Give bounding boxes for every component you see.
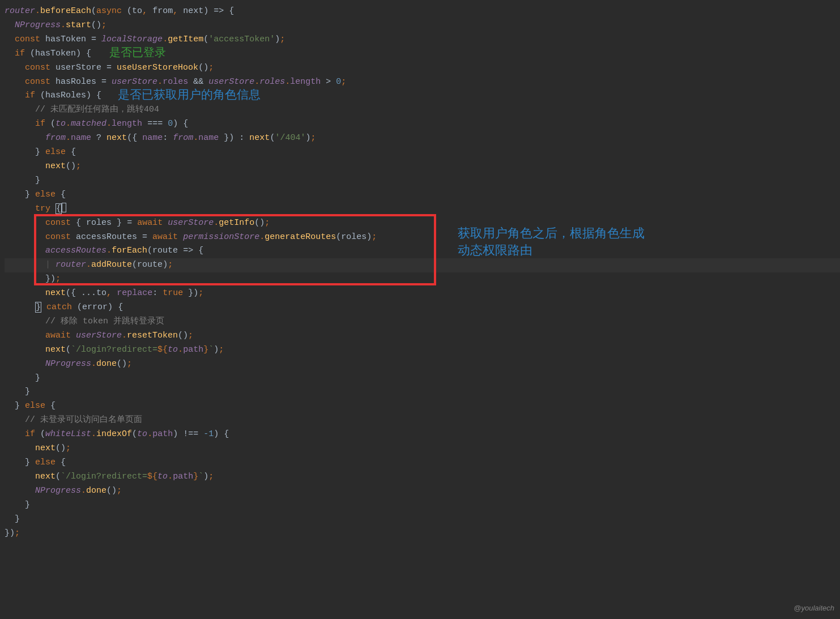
code-token: route [152,246,178,255]
code-token: const [45,218,76,228]
code-token: catch [46,302,77,312]
code-line: next({ ...to, replace: true }); [5,287,840,301]
code-line: }); [5,272,840,287]
code-token: matched [71,119,106,129]
code-token: length [290,77,321,87]
code-token: 0 [168,119,173,129]
annotation-text-line2: 动态权限路由 [458,243,532,257]
code-token: done [96,359,117,369]
code-line: if (to.matched.length === 0) { [5,117,840,131]
code-token: hasToken [35,49,76,58]
code-line: }); [5,527,840,541]
code-line: } [5,372,840,386]
code-token: getInfo [219,218,254,228]
code-token: next [183,6,203,16]
code-token: name [198,133,219,143]
code-token: hasRoles [56,77,96,87]
code-token: beforeEach [40,6,91,16]
code-line: } [5,174,840,188]
code-token: roles [163,77,188,87]
code-token: await [137,218,168,228]
code-line: try { [5,202,840,216]
code-token: router [56,260,86,270]
code-token: path [183,345,203,355]
code-token: else [35,458,61,467]
code-comment: // 移除 token 并跳转登录页 [45,317,164,326]
code-line: // 移除 token 并跳转登录页 [5,315,840,329]
code-line: const userStore = useUserStoreHook(); [5,61,840,75]
code-token: ` [208,345,214,355]
code-editor[interactable]: router.beforeEach(async (to, from, next)… [0,5,840,540]
code-token: route [137,260,163,270]
code-token: next [35,472,56,481]
code-token: -1 [203,429,214,439]
code-token: accessRoutes [76,232,137,242]
code-token: length [112,119,142,129]
code-token: next [35,443,56,453]
code-line: NProgress.start(); [5,19,840,33]
code-token: whiteList [45,429,91,439]
code-token: path [152,429,173,439]
code-line: } [5,385,840,399]
code-token: userStore [56,63,101,72]
code-token: const [45,232,76,242]
code-line: const hasRoles = userStore.roles && user… [5,75,840,89]
code-token: hasRoles [45,91,86,100]
code-token: 'accessToken' [208,35,275,44]
code-token: ` [198,472,203,481]
code-token: true [163,288,188,298]
cursor [62,203,66,212]
code-token: await [152,232,183,242]
code-line: } else { [5,188,840,202]
code-line: } [5,513,840,527]
code-token: indexOf [96,429,132,439]
code-token: '/404' [275,133,305,143]
code-token: next [45,288,66,298]
code-token: to [132,6,142,16]
code-line: next(`/login?redirect=${to.path}`); [5,343,840,357]
code-line: router.beforeEach(async (to, from, next)… [5,5,840,19]
code-token: useUserStoreHook [117,63,198,72]
code-token: forEach [112,246,147,255]
code-token: `/login?redirect= [71,345,157,355]
code-line: accessRoutes.forEach(route => { [5,244,840,258]
code-token: roles [86,218,112,228]
code-token: from [173,133,193,143]
code-token: const [25,63,56,72]
code-token: roles [341,232,366,242]
code-token: else [35,190,61,199]
code-token: userStore [208,77,254,87]
code-token: userStore [76,331,122,340]
code-token: getItem [168,35,203,44]
watermark: @youlaitech [794,601,834,616]
code-line: } [5,498,840,513]
code-token: to [168,345,178,355]
code-token: generateRoutes [265,232,336,242]
code-line: // 未登录可以访问白名单页面 [5,413,840,428]
code-line: | router.addRoute(route); [5,258,840,272]
annotation-blue-dynamic-routes: 获取用户角色之后，根据角色生成 动态权限路由 [458,225,645,259]
code-token: from [45,133,66,143]
code-token: to [56,119,66,129]
code-token: const [15,35,45,44]
code-token: next [45,161,66,171]
code-token: if [25,429,40,439]
code-token: done [86,486,106,496]
code-line: next(`/login?redirect=${to.path}`); [5,470,840,484]
code-token: router [5,6,35,16]
code-token: hasToken [45,35,86,44]
code-comment: // 未匹配到任何路由，跳转404 [35,105,159,114]
code-line: const accessRoutes = await permissionSto… [5,230,840,245]
code-line: const { roles } = await userStore.getInf… [5,216,840,230]
code-token: NProgress [35,486,81,496]
code-token: next [45,345,66,355]
code-token: to [157,472,168,481]
code-token: accessRoutes [45,246,106,255]
code-token: else [25,401,50,411]
code-line: } else { [5,146,840,160]
code-token: to [96,288,106,298]
code-token: if [25,91,40,100]
code-line: NProgress.done(); [5,357,840,372]
code-line: next(); [5,160,840,174]
code-token: replace [117,288,152,298]
